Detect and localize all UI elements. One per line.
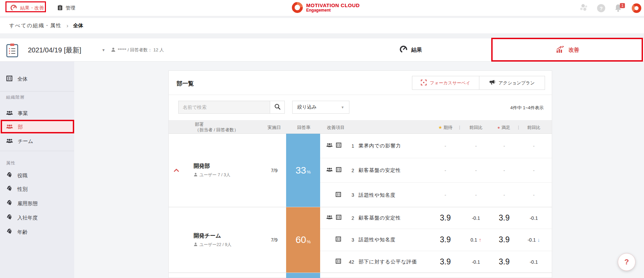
floating-help-button[interactable]: ? bbox=[618, 253, 635, 271]
improvement-item-row[interactable]: 3 話題性や知名度 3.9 0.1↑ 3.9 -0.1↓ bbox=[320, 229, 552, 251]
sidebar-item-label: チーム bbox=[18, 138, 33, 145]
sidebar-item-overall[interactable]: 全体 bbox=[0, 72, 74, 85]
respondents-label: ***** / 回答者数： 12 人 bbox=[118, 47, 164, 53]
sidebar-item-team[interactable]: チーム bbox=[0, 135, 74, 148]
building-icon bbox=[335, 258, 341, 265]
satisfy-score: 3.9 bbox=[490, 229, 518, 250]
search-input[interactable] bbox=[178, 101, 270, 114]
filter-dropdown[interactable]: 絞り込み ▼ bbox=[292, 101, 349, 114]
tags-icon bbox=[6, 186, 13, 193]
action-plan-button[interactable]: アクションプラン bbox=[479, 76, 545, 89]
improvement-item-row[interactable]: 1 業界内での影響力 - - - - bbox=[320, 134, 552, 158]
group-label: 開発部 ユーザー 7 / 3人 bbox=[184, 134, 262, 207]
brand-logo: MOTIVATION CLOUD Engagement bbox=[292, 2, 360, 13]
building-icon bbox=[336, 142, 342, 149]
apps-cluster-icon[interactable] bbox=[579, 3, 588, 13]
group-name: 開発部 bbox=[194, 163, 262, 170]
sidebar-item-label: 年齢 bbox=[17, 229, 28, 235]
sidebar-item-age[interactable]: 年齢 bbox=[0, 226, 74, 239]
expect-score: 3.9 bbox=[432, 251, 459, 273]
divider bbox=[169, 95, 552, 95]
sidebar-item-business[interactable]: 事業 bbox=[0, 107, 74, 120]
person-icon bbox=[194, 242, 198, 247]
group-users: ユーザー 7 / 3人 bbox=[199, 172, 230, 178]
item-label: 顧客基盤の安定性 bbox=[359, 167, 401, 174]
main-content: 部一覧 フォーカスサーベイ アクションプラン bbox=[74, 62, 644, 278]
sidebar-item-employment[interactable]: 雇用形態 bbox=[0, 197, 74, 210]
group-users: ユーザー22 / 9人 bbox=[199, 242, 231, 248]
response-rate-bar bbox=[286, 273, 320, 278]
expect-score: 3.9 bbox=[432, 229, 459, 250]
result-count: 4件中 1~4件表示 bbox=[510, 105, 544, 111]
improvement-item-row[interactable]: 2 顧客基盤の安定性 3.9 -0.1 3.9 -0.1 bbox=[320, 207, 552, 229]
nav-admin-label: 管理 bbox=[66, 5, 75, 11]
expect-diff: - bbox=[461, 158, 491, 182]
tags-icon bbox=[6, 200, 13, 207]
nav-results-improvement[interactable]: 結果・改善 bbox=[10, 4, 44, 12]
column-header-rate: 回答率 bbox=[288, 125, 319, 131]
star-icon: ★ bbox=[438, 125, 442, 130]
focus-survey-label: フォーカスサーベイ bbox=[430, 80, 470, 86]
focus-survey-button[interactable]: フォーカスサーベイ bbox=[412, 76, 479, 89]
improvement-item-row[interactable]: 3 話題性や知名度 - - - - bbox=[320, 183, 552, 207]
column-header-satisfy: ●満足 bbox=[490, 125, 517, 131]
divider bbox=[0, 91, 74, 92]
satisfy-score: 3.9 bbox=[490, 207, 518, 229]
sidebar-item-department[interactable]: 部 bbox=[0, 120, 74, 134]
dot-icon: ● bbox=[497, 125, 500, 130]
improvement-item-row[interactable]: 42 部下に対する公平な評価 3.9 -0.1 3.9 -0.1 bbox=[320, 251, 552, 273]
sidebar-item-label: 事業 bbox=[18, 110, 28, 117]
expect-score: - bbox=[432, 183, 459, 207]
tags-icon bbox=[6, 214, 13, 221]
tab-results[interactable]: 結果 bbox=[330, 38, 491, 62]
column-header-satisfy-prev: 前回比 bbox=[520, 125, 547, 131]
people-icon bbox=[6, 110, 13, 117]
response-rate-bar: 60% bbox=[286, 207, 320, 273]
arrow-up-icon: ↑ bbox=[479, 237, 481, 243]
help-icon[interactable]: ? bbox=[597, 4, 605, 12]
chevron-down-icon: ▼ bbox=[341, 105, 344, 109]
breadcrumb-separator: › bbox=[66, 23, 68, 29]
improvement-item-row[interactable]: 2 顧客基盤の安定性 - - - - bbox=[320, 158, 552, 183]
avatar[interactable] bbox=[632, 3, 641, 13]
sidebar-item-label: 部 bbox=[18, 124, 23, 130]
sidebar: 全体 組織階層 事業 部 チーム 属性 役職 bbox=[0, 62, 74, 278]
tab-improvement[interactable]: 改善 bbox=[491, 38, 644, 62]
column-header-date: 実施日 bbox=[259, 125, 290, 131]
header-separator: | bbox=[517, 125, 520, 130]
sidebar-item-role[interactable]: 役職 bbox=[0, 169, 74, 182]
group-date: 7/9 bbox=[262, 207, 286, 273]
tags-icon bbox=[6, 172, 13, 179]
card-actions: フォーカスサーベイ アクションプラン bbox=[412, 76, 545, 90]
group-label: 開発チーム ユーザー22 / 9人 bbox=[184, 207, 262, 273]
notifications-bell[interactable]: 1 bbox=[614, 4, 623, 13]
people-icon bbox=[326, 167, 333, 174]
department-group: 開発チーム ユーザー22 / 9人 7/9 60% bbox=[169, 207, 552, 273]
expect-score: 3.9 bbox=[432, 207, 459, 229]
nav-admin[interactable]: 管理 bbox=[57, 5, 75, 12]
app-root: 結果・改善 管理 MOTIVATION CLOUD Engagement ? bbox=[0, 0, 644, 278]
column-header-expect-prev: 前回比 bbox=[462, 125, 490, 131]
satisfy-diff: - bbox=[520, 158, 547, 182]
department-group: 開発部 ユーザー 7 / 3人 7/9 33% bbox=[169, 134, 552, 207]
breadcrumb-root[interactable]: すべての組織・属性 bbox=[9, 22, 62, 29]
satisfy-score: - bbox=[490, 134, 518, 158]
satisfy-diff: -0.1↓ bbox=[520, 229, 547, 250]
search-button[interactable] bbox=[270, 101, 285, 114]
sidebar-item-label: 性別 bbox=[17, 186, 28, 193]
sidebar-item-join-year[interactable]: 入社年度 bbox=[0, 211, 74, 224]
header-actions: ? 1 bbox=[579, 0, 641, 16]
collapse-chevron-icon[interactable] bbox=[169, 134, 184, 207]
item-label: 話題性や知名度 bbox=[359, 236, 396, 243]
gauge-icon bbox=[10, 4, 17, 12]
chevron-down-icon: ▼ bbox=[102, 48, 105, 52]
building-icon bbox=[335, 192, 341, 199]
column-header-expect: ★期待 bbox=[432, 125, 459, 131]
breadcrumb-current: 全体 bbox=[73, 22, 83, 29]
focus-frame-icon bbox=[421, 80, 427, 86]
sidebar-item-label: 入社年度 bbox=[17, 215, 38, 221]
sidebar-section-org: 組織階層 bbox=[6, 95, 24, 100]
sidebar-item-gender[interactable]: 性別 bbox=[0, 183, 74, 196]
survey-date-selector[interactable]: 2021/04/19 [最新] ▼ bbox=[28, 38, 105, 62]
filter-label: 絞り込み bbox=[297, 104, 317, 110]
